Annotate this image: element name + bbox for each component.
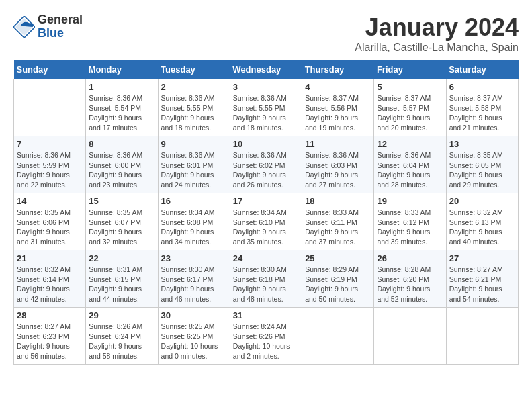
- day-number: 24: [233, 253, 299, 263]
- calendar-cell-w4-d7: 27Sunrise: 8:27 AM Sunset: 6:21 PM Dayli…: [446, 250, 518, 308]
- day-number: 26: [377, 253, 443, 263]
- day-info: Sunrise: 8:34 AM Sunset: 6:10 PM Dayligh…: [233, 208, 299, 247]
- day-number: 23: [161, 253, 227, 263]
- day-number: 6: [449, 82, 515, 92]
- calendar-cell-w3-d6: 19Sunrise: 8:33 AM Sunset: 6:12 PM Dayli…: [374, 193, 446, 250]
- day-number: 22: [89, 253, 154, 263]
- calendar-cell-w5-d3: 30Sunrise: 8:25 AM Sunset: 6:25 PM Dayli…: [158, 308, 230, 365]
- calendar-cell-w5-d6: [374, 308, 446, 365]
- day-number: 7: [17, 139, 83, 149]
- col-saturday: Saturday: [446, 60, 518, 79]
- calendar-cell-w1-d5: 4Sunrise: 8:37 AM Sunset: 5:56 PM Daylig…: [302, 79, 374, 136]
- day-info: Sunrise: 8:37 AM Sunset: 5:57 PM Dayligh…: [377, 93, 443, 133]
- calendar-cell-w1-d3: 2Sunrise: 8:36 AM Sunset: 5:55 PM Daylig…: [158, 79, 230, 136]
- logo-icon: [13, 16, 35, 38]
- day-number: 28: [17, 310, 83, 320]
- logo-blue-text: Blue: [38, 27, 83, 40]
- calendar-cell-w2-d2: 8Sunrise: 8:36 AM Sunset: 6:00 PM Daylig…: [86, 136, 158, 193]
- day-info: Sunrise: 8:36 AM Sunset: 5:59 PM Dayligh…: [17, 150, 83, 190]
- day-info: Sunrise: 8:36 AM Sunset: 6:01 PM Dayligh…: [161, 150, 227, 190]
- day-info: Sunrise: 8:33 AM Sunset: 6:12 PM Dayligh…: [377, 208, 443, 247]
- day-number: 29: [89, 310, 154, 320]
- calendar-cell-w5-d2: 29Sunrise: 8:26 AM Sunset: 6:24 PM Dayli…: [86, 308, 158, 365]
- logo-text: General Blue: [38, 13, 83, 40]
- day-info: Sunrise: 8:28 AM Sunset: 6:20 PM Dayligh…: [377, 265, 443, 304]
- day-info: Sunrise: 8:36 AM Sunset: 5:54 PM Dayligh…: [89, 93, 154, 133]
- calendar-cell-w2-d3: 9Sunrise: 8:36 AM Sunset: 6:01 PM Daylig…: [158, 136, 230, 193]
- header: General Blue January 2024 Alarilla, Cast…: [13, 13, 519, 54]
- day-number: 12: [377, 139, 443, 149]
- calendar-cell-w5-d1: 28Sunrise: 8:27 AM Sunset: 6:23 PM Dayli…: [14, 308, 86, 365]
- day-info: Sunrise: 8:24 AM Sunset: 6:26 PM Dayligh…: [233, 322, 299, 361]
- day-number: 31: [233, 310, 299, 320]
- day-number: 1: [89, 82, 154, 92]
- col-friday: Friday: [374, 60, 446, 79]
- day-number: 5: [377, 82, 443, 92]
- day-info: Sunrise: 8:36 AM Sunset: 6:04 PM Dayligh…: [377, 150, 443, 190]
- calendar-cell-w1-d7: 6Sunrise: 8:37 AM Sunset: 5:58 PM Daylig…: [446, 79, 518, 136]
- day-number: 8: [89, 139, 154, 149]
- day-info: Sunrise: 8:29 AM Sunset: 6:19 PM Dayligh…: [305, 265, 371, 304]
- calendar-cell-w5-d5: [302, 308, 374, 365]
- week-row-2: 7Sunrise: 8:36 AM Sunset: 5:59 PM Daylig…: [14, 136, 519, 193]
- calendar-cell-w1-d2: 1Sunrise: 8:36 AM Sunset: 5:54 PM Daylig…: [86, 79, 158, 136]
- calendar-cell-w4-d6: 26Sunrise: 8:28 AM Sunset: 6:20 PM Dayli…: [374, 250, 446, 308]
- day-info: Sunrise: 8:36 AM Sunset: 5:55 PM Dayligh…: [233, 93, 299, 133]
- calendar-cell-w4-d3: 23Sunrise: 8:30 AM Sunset: 6:17 PM Dayli…: [158, 250, 230, 308]
- day-number: 14: [17, 196, 83, 206]
- day-number: 17: [233, 196, 299, 206]
- day-info: Sunrise: 8:36 AM Sunset: 5:55 PM Dayligh…: [161, 93, 227, 133]
- day-info: Sunrise: 8:35 AM Sunset: 6:05 PM Dayligh…: [449, 150, 515, 190]
- week-row-1: 1Sunrise: 8:36 AM Sunset: 5:54 PM Daylig…: [14, 79, 519, 136]
- col-wednesday: Wednesday: [230, 60, 302, 79]
- day-info: Sunrise: 8:32 AM Sunset: 6:13 PM Dayligh…: [449, 208, 515, 247]
- calendar-cell-w1-d4: 3Sunrise: 8:36 AM Sunset: 5:55 PM Daylig…: [230, 79, 302, 136]
- calendar-cell-w5-d7: [446, 308, 518, 365]
- calendar-cell-w4-d4: 24Sunrise: 8:30 AM Sunset: 6:18 PM Dayli…: [230, 250, 302, 308]
- page-container: General Blue January 2024 Alarilla, Cast…: [13, 13, 519, 365]
- title-section: January 2024 Alarilla, Castille-La Manch…: [355, 13, 519, 54]
- calendar-body: 1Sunrise: 8:36 AM Sunset: 5:54 PM Daylig…: [14, 79, 519, 365]
- calendar-header: Sunday Monday Tuesday Wednesday Thursday…: [14, 60, 519, 79]
- day-number: 11: [305, 139, 371, 149]
- location-subtitle: Alarilla, Castille-La Mancha, Spain: [355, 42, 519, 54]
- calendar-cell-w5-d4: 31Sunrise: 8:24 AM Sunset: 6:26 PM Dayli…: [230, 308, 302, 365]
- days-of-week-row: Sunday Monday Tuesday Wednesday Thursday…: [14, 60, 519, 79]
- calendar-cell-w3-d4: 17Sunrise: 8:34 AM Sunset: 6:10 PM Dayli…: [230, 193, 302, 250]
- day-info: Sunrise: 8:34 AM Sunset: 6:08 PM Dayligh…: [161, 208, 227, 247]
- day-number: 3: [233, 82, 299, 92]
- day-number: 25: [305, 253, 371, 263]
- calendar-cell-w2-d6: 12Sunrise: 8:36 AM Sunset: 6:04 PM Dayli…: [374, 136, 446, 193]
- day-info: Sunrise: 8:25 AM Sunset: 6:25 PM Dayligh…: [161, 322, 227, 361]
- calendar-cell-w2-d7: 13Sunrise: 8:35 AM Sunset: 6:05 PM Dayli…: [446, 136, 518, 193]
- day-info: Sunrise: 8:36 AM Sunset: 6:03 PM Dayligh…: [305, 150, 371, 190]
- day-info: Sunrise: 8:36 AM Sunset: 6:00 PM Dayligh…: [89, 150, 154, 190]
- col-tuesday: Tuesday: [158, 60, 230, 79]
- day-number: 9: [161, 139, 227, 149]
- calendar-cell-w4-d2: 22Sunrise: 8:31 AM Sunset: 6:15 PM Dayli…: [86, 250, 158, 308]
- day-number: 16: [161, 196, 227, 206]
- calendar-cell-w4-d5: 25Sunrise: 8:29 AM Sunset: 6:19 PM Dayli…: [302, 250, 374, 308]
- day-info: Sunrise: 8:33 AM Sunset: 6:11 PM Dayligh…: [305, 208, 371, 247]
- day-number: 18: [305, 196, 371, 206]
- calendar-cell-w3-d2: 15Sunrise: 8:35 AM Sunset: 6:07 PM Dayli…: [86, 193, 158, 250]
- calendar-cell-w3-d1: 14Sunrise: 8:35 AM Sunset: 6:06 PM Dayli…: [14, 193, 86, 250]
- calendar-cell-w3-d3: 16Sunrise: 8:34 AM Sunset: 6:08 PM Dayli…: [158, 193, 230, 250]
- logo-general-text: General: [38, 13, 83, 27]
- day-info: Sunrise: 8:26 AM Sunset: 6:24 PM Dayligh…: [89, 322, 154, 361]
- calendar-cell-w2-d1: 7Sunrise: 8:36 AM Sunset: 5:59 PM Daylig…: [14, 136, 86, 193]
- week-row-4: 21Sunrise: 8:32 AM Sunset: 6:14 PM Dayli…: [14, 250, 519, 308]
- month-title: January 2024: [355, 13, 519, 42]
- calendar-cell-w1-d1: [14, 79, 86, 136]
- calendar-cell-w3-d7: 20Sunrise: 8:32 AM Sunset: 6:13 PM Dayli…: [446, 193, 518, 250]
- col-sunday: Sunday: [14, 60, 86, 79]
- day-info: Sunrise: 8:32 AM Sunset: 6:14 PM Dayligh…: [17, 265, 83, 304]
- calendar-cell-w3-d5: 18Sunrise: 8:33 AM Sunset: 6:11 PM Dayli…: [302, 193, 374, 250]
- day-number: 4: [305, 82, 371, 92]
- col-monday: Monday: [86, 60, 158, 79]
- day-info: Sunrise: 8:35 AM Sunset: 6:07 PM Dayligh…: [89, 208, 154, 247]
- day-info: Sunrise: 8:37 AM Sunset: 5:58 PM Dayligh…: [449, 93, 515, 133]
- day-info: Sunrise: 8:31 AM Sunset: 6:15 PM Dayligh…: [89, 265, 154, 304]
- col-thursday: Thursday: [302, 60, 374, 79]
- logo: General Blue: [13, 13, 83, 40]
